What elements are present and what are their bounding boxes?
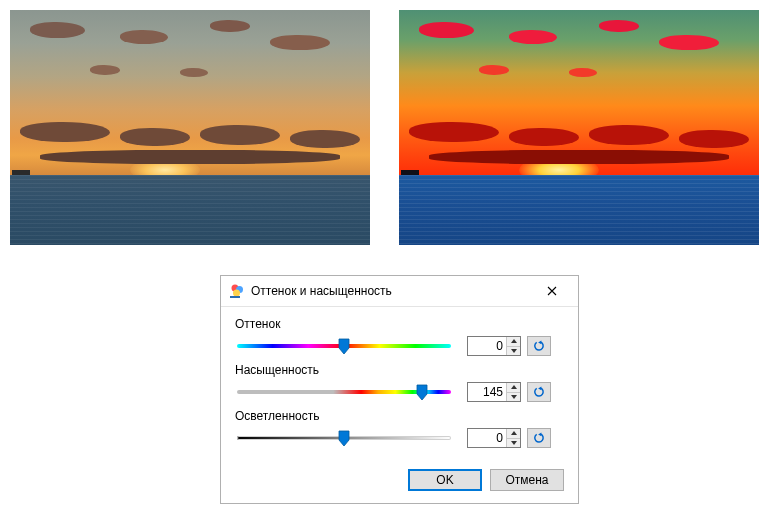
cloud: [419, 22, 474, 38]
waves: [399, 175, 759, 245]
cloud: [509, 30, 557, 44]
cloud: [509, 128, 579, 146]
cloud: [90, 65, 120, 75]
saturation-spinner-up[interactable]: [507, 383, 520, 393]
saturation-input[interactable]: [468, 383, 506, 401]
lightness-label: Осветленность: [235, 409, 564, 423]
ok-button[interactable]: OK: [408, 469, 482, 491]
hue-spinner-up[interactable]: [507, 337, 520, 347]
lightness-spinner-up[interactable]: [507, 429, 520, 439]
cloud: [40, 150, 340, 164]
preview-adjusted: [399, 10, 759, 245]
hue-saturation-dialog: Оттенок и насыщенность Оттенок: [220, 275, 579, 504]
lightness-spinner[interactable]: [467, 428, 521, 448]
cloud: [20, 122, 110, 142]
dialog-footer: OK Отмена: [221, 463, 578, 503]
hue-spinner-down[interactable]: [507, 347, 520, 356]
saturation-label: Насыщенность: [235, 363, 564, 377]
hue-row: Оттенок: [235, 317, 564, 357]
lightness-slider[interactable]: [235, 427, 453, 449]
cloud: [290, 130, 360, 148]
preview-row: [10, 10, 770, 255]
hue-label: Оттенок: [235, 317, 564, 331]
cloud: [589, 125, 669, 145]
saturation-spinner-down[interactable]: [507, 393, 520, 402]
cloud: [569, 68, 597, 77]
cloud: [599, 20, 639, 32]
cloud: [120, 128, 190, 146]
saturation-thumb[interactable]: [415, 383, 429, 401]
cloud: [200, 125, 280, 145]
preview-original: [10, 10, 370, 245]
cancel-button[interactable]: Отмена: [490, 469, 564, 491]
cloud: [479, 65, 509, 75]
lightness-reset-button[interactable]: [527, 428, 551, 448]
cloud: [659, 35, 719, 50]
reset-icon: [533, 432, 546, 444]
cloud: [679, 130, 749, 148]
lightness-row: Осветленность: [235, 409, 564, 449]
hue-slider[interactable]: [235, 335, 453, 357]
svg-point-2: [233, 290, 240, 297]
saturation-slider[interactable]: [235, 381, 453, 403]
reset-icon: [533, 340, 546, 352]
cloud: [409, 122, 499, 142]
lightness-thumb[interactable]: [337, 429, 351, 447]
cloud: [120, 30, 168, 44]
saturation-reset-button[interactable]: [527, 382, 551, 402]
lightness-input[interactable]: [468, 429, 506, 447]
hue-thumb[interactable]: [337, 337, 351, 355]
close-button[interactable]: [532, 277, 572, 305]
titlebar: Оттенок и насыщенность: [221, 276, 578, 307]
saturation-row: Насыщенность: [235, 363, 564, 403]
svg-rect-3: [230, 296, 240, 298]
cloud: [180, 68, 208, 77]
dialog-title: Оттенок и насыщенность: [251, 284, 532, 298]
lightness-spinner-down[interactable]: [507, 439, 520, 448]
hue-reset-button[interactable]: [527, 336, 551, 356]
dialog-body: Оттенок: [221, 307, 578, 463]
saturation-spinner[interactable]: [467, 382, 521, 402]
cloud: [429, 150, 729, 164]
reset-icon: [533, 386, 546, 398]
cloud: [210, 20, 250, 32]
waves: [10, 175, 370, 245]
close-icon: [547, 286, 557, 296]
app-icon: [229, 283, 245, 299]
cloud: [270, 35, 330, 50]
cloud: [30, 22, 85, 38]
hue-spinner[interactable]: [467, 336, 521, 356]
hue-input[interactable]: [468, 337, 506, 355]
